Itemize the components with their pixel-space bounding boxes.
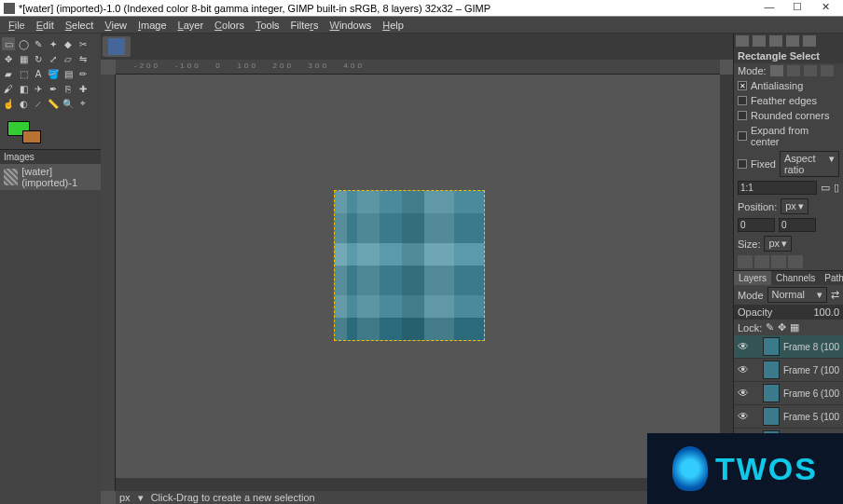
- orient2-icon[interactable]: ▯: [834, 182, 839, 194]
- lock-alpha-icon[interactable]: ▦: [790, 321, 799, 334]
- expand-option[interactable]: Expand from center: [734, 123, 843, 149]
- menu-help[interactable]: Help: [378, 19, 408, 32]
- tool-color-select[interactable]: ◆: [62, 37, 75, 50]
- menu-layer[interactable]: Layer: [173, 19, 209, 32]
- menu-image[interactable]: Image: [133, 19, 172, 32]
- tab-layers[interactable]: Layers: [734, 271, 771, 285]
- tool-options-buttons: [734, 253, 843, 270]
- ratio-input[interactable]: [738, 181, 817, 195]
- canvas-area[interactable]: [116, 75, 720, 478]
- lock-position-icon[interactable]: ✥: [778, 321, 786, 334]
- mode-subtract-icon[interactable]: [804, 65, 817, 76]
- tool-paths[interactable]: ⟋: [32, 97, 45, 110]
- tool-options-tab-icon[interactable]: [736, 35, 749, 47]
- menu-windows[interactable]: Windows: [325, 19, 377, 32]
- tool-smudge[interactable]: ☝: [2, 97, 15, 110]
- layers-channels-paths-tabs: Layers Channels Paths: [734, 270, 843, 285]
- tool-eraser[interactable]: ◧: [17, 82, 30, 95]
- blend-mode-dropdown[interactable]: Normal▾: [767, 287, 827, 303]
- visibility-icon[interactable]: 👁: [738, 387, 749, 400]
- ruler-horizontal[interactable]: [116, 60, 720, 75]
- tool-ellipse-select[interactable]: ◯: [17, 37, 30, 50]
- tool-paintbrush[interactable]: 🖌: [2, 82, 15, 95]
- layer-row[interactable]: 👁Frame 8 (100: [734, 335, 843, 359]
- tool-measure[interactable]: 📏: [47, 97, 60, 110]
- tool-zoom[interactable]: 🔍: [62, 97, 75, 110]
- position-x-input[interactable]: [738, 218, 775, 232]
- size-unit-dropdown[interactable]: px▾: [764, 236, 792, 252]
- menu-file[interactable]: File: [4, 19, 30, 32]
- tool-rect-select[interactable]: ▭: [2, 37, 15, 50]
- tool-flip[interactable]: ⇋: [76, 52, 90, 65]
- tool-move[interactable]: ✥: [2, 52, 15, 65]
- tool-bucket[interactable]: 🪣: [47, 67, 60, 80]
- images-panel-item[interactable]: [water] (imported)-1: [0, 164, 101, 190]
- layer-thumb: [763, 384, 780, 402]
- tool-align[interactable]: ▦: [17, 52, 30, 65]
- pointer-tab-icon[interactable]: [803, 35, 816, 47]
- menu-filters[interactable]: Filters: [286, 19, 324, 32]
- position-unit-dropdown[interactable]: px▾: [781, 198, 808, 214]
- layer-row[interactable]: 👁Frame 5 (100: [734, 405, 843, 429]
- undo-history-tab-icon[interactable]: [769, 35, 782, 47]
- opacity-value[interactable]: 100.0: [813, 306, 839, 318]
- visibility-icon[interactable]: 👁: [738, 410, 749, 423]
- delete-options-icon[interactable]: [771, 255, 786, 268]
- save-options-icon[interactable]: [738, 255, 753, 268]
- canvas[interactable]: [334, 190, 485, 341]
- maximize-button[interactable]: ☐: [783, 1, 811, 16]
- tool-clone[interactable]: ⎘: [62, 82, 75, 95]
- tool-rotate[interactable]: ↻: [32, 52, 45, 65]
- close-button[interactable]: ✕: [811, 1, 839, 16]
- images-tab-icon[interactable]: [786, 35, 799, 47]
- rounded-option[interactable]: Rounded corners: [734, 108, 843, 123]
- tab-paths[interactable]: Paths: [820, 271, 843, 285]
- tool-scale[interactable]: ⤢: [47, 52, 60, 65]
- device-status-tab-icon[interactable]: [753, 35, 766, 47]
- visibility-icon[interactable]: 👁: [738, 340, 749, 353]
- mode-add-icon[interactable]: [787, 65, 800, 76]
- restore-options-icon[interactable]: [754, 255, 769, 268]
- tool-free-select[interactable]: ✎: [32, 37, 45, 50]
- menu-select[interactable]: Select: [61, 19, 99, 32]
- tool-text[interactable]: A: [32, 67, 45, 80]
- lock-pixels-icon[interactable]: ✎: [766, 321, 774, 334]
- menu-edit[interactable]: Edit: [32, 19, 59, 32]
- tool-color-picker[interactable]: ⌖: [76, 97, 90, 110]
- layer-row[interactable]: 👁Frame 7 (100: [734, 359, 843, 382]
- tool-perspective[interactable]: ▰: [2, 67, 15, 80]
- menu-tools[interactable]: Tools: [251, 19, 284, 32]
- mode-switch-icon[interactable]: ⇄: [831, 289, 839, 301]
- tool-shear[interactable]: ▱: [62, 52, 75, 65]
- tool-dodge[interactable]: ◐: [17, 97, 30, 110]
- mode-replace-icon[interactable]: [770, 65, 783, 76]
- image-tab[interactable]: [103, 36, 131, 57]
- background-color[interactable]: [22, 130, 41, 143]
- visibility-icon[interactable]: 👁: [738, 363, 749, 376]
- ruler-vertical[interactable]: [101, 75, 116, 491]
- fixed-option[interactable]: FixedAspect ratio▾: [734, 149, 843, 179]
- reset-options-icon[interactable]: [788, 255, 803, 268]
- menu-view[interactable]: View: [100, 19, 131, 32]
- mode-intersect-icon[interactable]: [821, 65, 834, 76]
- orient-icon[interactable]: ▭: [821, 182, 830, 194]
- tool-unified[interactable]: ⬚: [17, 67, 30, 80]
- position-y-input[interactable]: [779, 218, 816, 232]
- tab-channels[interactable]: Channels: [771, 271, 820, 285]
- status-unit: px: [119, 492, 131, 503]
- minimize-button[interactable]: —: [755, 1, 783, 16]
- tool-crop[interactable]: ✂: [76, 37, 90, 50]
- scrollbar-vertical[interactable]: [720, 75, 733, 478]
- tool-fuzzy-select[interactable]: ✦: [47, 37, 60, 50]
- tool-airbrush[interactable]: ✈: [32, 82, 45, 95]
- scrollbar-horizontal[interactable]: [116, 478, 720, 491]
- tool-heal[interactable]: ✚: [76, 82, 90, 95]
- tool-gradient[interactable]: ▤: [62, 67, 75, 80]
- antialiasing-option[interactable]: ✕Antialiasing: [734, 78, 843, 93]
- feather-option[interactable]: Feather edges: [734, 93, 843, 108]
- layer-row[interactable]: 👁Frame 6 (100: [734, 382, 843, 405]
- fixed-dropdown[interactable]: Aspect ratio▾: [780, 151, 839, 177]
- menu-colors[interactable]: Colors: [210, 19, 249, 32]
- tool-ink[interactable]: ✒: [47, 82, 60, 95]
- tool-pencil[interactable]: ✏: [76, 67, 90, 80]
